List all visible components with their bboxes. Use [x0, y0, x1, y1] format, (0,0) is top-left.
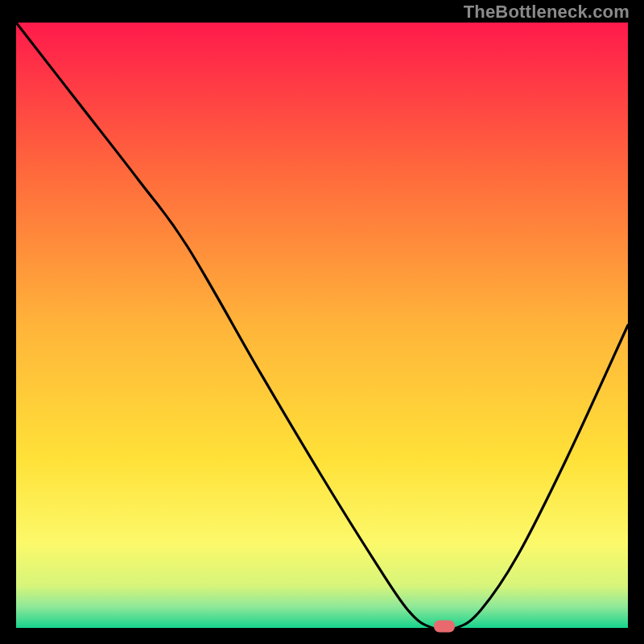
optimal-marker: [434, 621, 455, 633]
plot-background: [16, 23, 628, 628]
attribution-label: TheBottleneck.com: [464, 2, 630, 23]
chart-frame: TheBottleneck.com: [0, 0, 644, 644]
bottleneck-chart: [0, 0, 644, 644]
